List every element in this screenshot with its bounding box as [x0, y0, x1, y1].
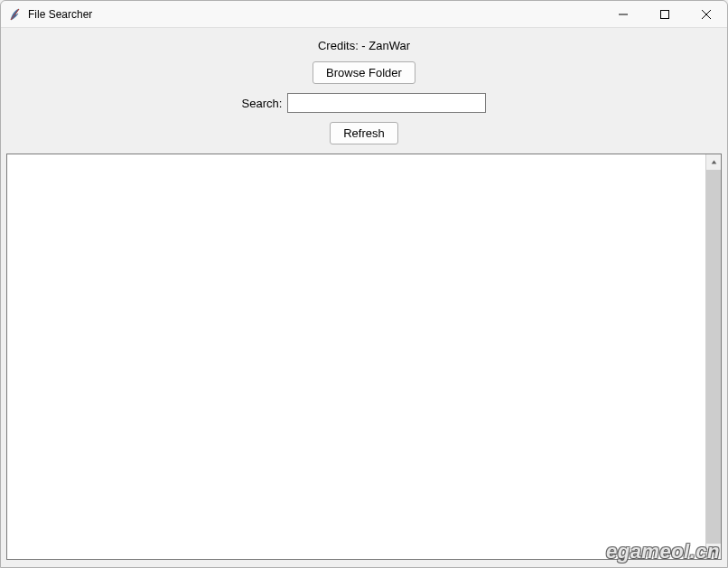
search-row: Search: [242, 93, 487, 113]
tk-feather-icon [8, 7, 23, 22]
credits-label: Credits: - ZanWar [318, 39, 410, 52]
scroll-thumb[interactable] [706, 170, 721, 544]
controls-area: Credits: - ZanWar Browse Folder Search: … [6, 33, 722, 154]
results-listbox[interactable] [7, 154, 705, 559]
search-label: Search: [242, 97, 283, 110]
titlebar: File Searcher [1, 1, 727, 28]
results-listbox-frame [6, 154, 722, 560]
results-scrollbar[interactable] [705, 154, 721, 559]
app-window: File Searcher Credits: - ZanWar Browse F… [0, 0, 728, 568]
client-area: Credits: - ZanWar Browse Folder Search: … [1, 28, 727, 567]
search-input[interactable] [287, 93, 486, 113]
close-button[interactable] [686, 1, 727, 27]
window-title: File Searcher [28, 8, 92, 21]
browse-folder-button[interactable]: Browse Folder [313, 61, 415, 84]
minimize-button[interactable] [602, 1, 644, 27]
scroll-up-button[interactable] [706, 154, 721, 170]
scroll-down-button[interactable] [706, 544, 721, 559]
maximize-button[interactable] [644, 1, 686, 27]
window-controls [602, 1, 727, 27]
svg-rect-1 [661, 10, 669, 18]
refresh-button[interactable]: Refresh [330, 122, 398, 144]
